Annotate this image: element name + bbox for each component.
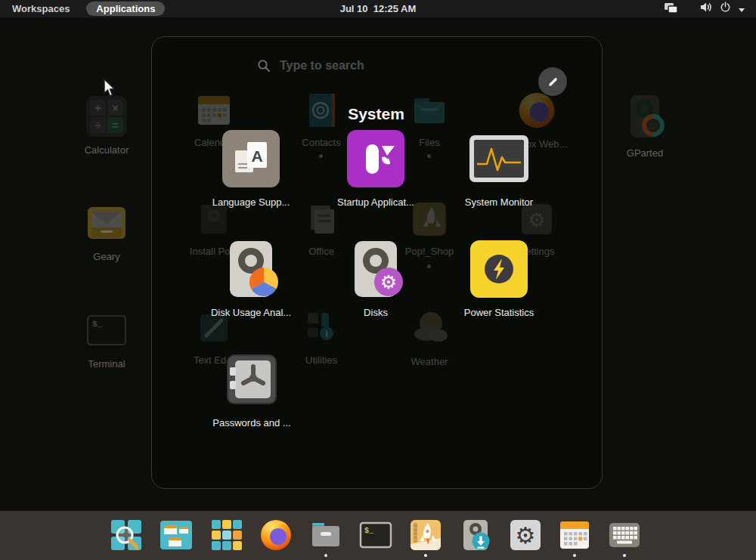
calculator-icon: +×÷ = bbox=[85, 95, 128, 138]
running-dot-files bbox=[324, 554, 327, 557]
settings-icon: ⚙ bbox=[507, 517, 544, 553]
svg-text:=: = bbox=[112, 119, 119, 131]
geary-icon bbox=[85, 202, 128, 244]
displays-icon[interactable] bbox=[663, 2, 679, 18]
keyboard-icon bbox=[606, 517, 643, 553]
system-monitor-icon bbox=[469, 135, 529, 183]
terminal-icon: $_ bbox=[358, 517, 394, 553]
dock-calendar[interactable] bbox=[556, 517, 593, 553]
dock: $_ ⚙ bbox=[0, 511, 756, 560]
dock-pop-shop[interactable] bbox=[407, 517, 444, 553]
app-passwords-and-keys[interactable]: Passwords and ... bbox=[195, 350, 308, 429]
workspaces-button[interactable]: Workspaces bbox=[12, 3, 70, 14]
dock-firefox[interactable] bbox=[258, 517, 294, 553]
app-grid-icon bbox=[209, 517, 245, 553]
pencil-icon bbox=[547, 76, 559, 88]
edit-folder-button[interactable] bbox=[538, 67, 567, 96]
dock-files[interactable] bbox=[308, 517, 344, 553]
firefox-icon bbox=[258, 517, 294, 553]
running-dot-calendar bbox=[573, 554, 576, 557]
app-system-monitor[interactable]: System Monitor bbox=[442, 129, 556, 208]
dock-keyboard[interactable] bbox=[606, 517, 643, 553]
chevron-down-icon[interactable] bbox=[738, 2, 745, 16]
calendar-icon bbox=[556, 517, 593, 553]
gparted-icon bbox=[621, 94, 668, 141]
search-icon bbox=[257, 59, 271, 73]
pop-shop-icon bbox=[407, 517, 444, 553]
activities-search-icon bbox=[108, 517, 144, 553]
svg-text:$_: $_ bbox=[364, 527, 374, 535]
app-terminal[interactable]: $_ Terminal bbox=[67, 309, 146, 370]
running-dot-keyboard bbox=[623, 554, 626, 557]
app-disks[interactable]: ⚙ Disks bbox=[319, 240, 432, 318]
svg-text:×: × bbox=[112, 101, 119, 114]
folder-title: System bbox=[151, 105, 601, 123]
passwords-and-keys-icon bbox=[223, 351, 280, 408]
dock-workspaces[interactable] bbox=[158, 517, 194, 553]
dock-app-grid[interactable] bbox=[209, 517, 245, 553]
running-dot-pop-shop bbox=[424, 554, 427, 557]
app-gparted[interactable]: GParted bbox=[606, 94, 684, 159]
power-statistics-icon bbox=[470, 240, 528, 298]
dock-activities-search[interactable] bbox=[108, 517, 144, 553]
search-input[interactable]: Type to search bbox=[280, 59, 364, 73]
workspaces-icon bbox=[158, 517, 194, 553]
files-icon bbox=[308, 517, 344, 553]
dock-disk-image-writer[interactable] bbox=[457, 517, 494, 553]
app-startup-applications[interactable]: Startup Applicat... bbox=[319, 129, 432, 208]
language-support-icon: A bbox=[222, 130, 280, 187]
folder-dialog-content: Type to search System A Language Supp...… bbox=[151, 36, 601, 487]
app-geary[interactable]: Geary bbox=[67, 202, 146, 262]
disk-image-writer-icon bbox=[457, 517, 494, 553]
svg-text:A: A bbox=[251, 147, 262, 165]
volume-icon[interactable] bbox=[700, 2, 713, 16]
mouse-cursor bbox=[103, 79, 116, 101]
dock-settings[interactable]: ⚙ bbox=[507, 517, 544, 553]
disks-icon: ⚙ bbox=[346, 240, 405, 299]
svg-text:⚙: ⚙ bbox=[516, 523, 536, 548]
svg-text:÷: ÷ bbox=[94, 119, 101, 131]
app-disk-usage-analyzer[interactable]: Disk Usage Anal... bbox=[194, 240, 308, 318]
svg-text:+: + bbox=[94, 101, 101, 114]
applications-button[interactable]: Applications bbox=[86, 2, 165, 16]
search-bar[interactable]: Type to search bbox=[257, 59, 364, 73]
system-menu[interactable] bbox=[700, 0, 745, 17]
terminal-icon: $_ bbox=[85, 309, 128, 351]
app-calculator[interactable]: +×÷ = Calculator bbox=[67, 95, 146, 156]
app-language-support[interactable]: A Language Supp... bbox=[194, 129, 308, 208]
dock-terminal[interactable]: $_ bbox=[358, 517, 394, 553]
clock[interactable]: Jul 10 12:25 AM bbox=[340, 3, 417, 14]
svg-text:⚙: ⚙ bbox=[380, 271, 397, 292]
power-icon[interactable] bbox=[720, 2, 731, 16]
startup-applications-icon bbox=[347, 130, 404, 187]
svg-text:$_: $_ bbox=[92, 320, 103, 329]
app-power-statistics[interactable]: Power Statistics bbox=[442, 240, 556, 318]
disk-usage-analyzer-icon bbox=[222, 240, 280, 299]
